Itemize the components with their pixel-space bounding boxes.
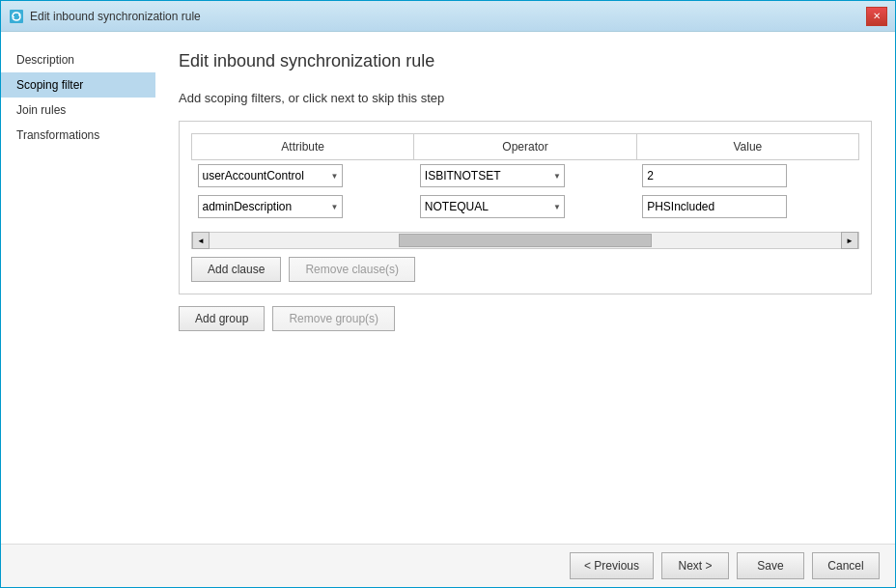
filter-container: Attribute Operator Value userAccountCont	[179, 121, 872, 294]
row1-operator-cell: ISBITNOTSET NOTEQUAL EQUAL STARTSWITH EN…	[414, 160, 636, 192]
row2-value-input[interactable]	[642, 195, 787, 218]
add-group-button[interactable]: Add group	[179, 306, 265, 331]
previous-button[interactable]: < Previous	[570, 552, 654, 579]
table-row: userAccountControl adminDescription obje…	[192, 191, 859, 222]
row2-attribute-cell: userAccountControl adminDescription obje…	[192, 191, 414, 222]
scroll-thumb	[399, 234, 652, 247]
table-row: userAccountControl adminDescription obje…	[192, 160, 859, 192]
row2-operator-wrapper: ISBITNOTSET NOTEQUAL EQUAL STARTSWITH EN…	[420, 195, 565, 218]
row2-attribute-select[interactable]: userAccountControl adminDescription obje…	[198, 195, 343, 218]
row1-operator-wrapper: ISBITNOTSET NOTEQUAL EQUAL STARTSWITH EN…	[420, 164, 565, 187]
col-header-value: Value	[636, 134, 858, 160]
footer: < Previous Next > Save Cancel	[1, 544, 895, 587]
save-button[interactable]: Save	[737, 552, 804, 579]
next-button[interactable]: Next >	[661, 552, 729, 579]
section-description: Add scoping filters, or click next to sk…	[179, 91, 872, 105]
row2-operator-cell: ISBITNOTSET NOTEQUAL EQUAL STARTSWITH EN…	[414, 191, 636, 222]
page-title: Edit inbound synchronization rule	[179, 51, 872, 71]
content-area: Description Scoping filter Join rules Tr…	[1, 32, 895, 544]
window-title: Edit inbound synchronization rule	[30, 10, 201, 23]
title-bar: Edit inbound synchronization rule ✕	[1, 1, 895, 32]
group-buttons: Add group Remove group(s)	[179, 306, 872, 331]
remove-clause-button[interactable]: Remove clause(s)	[289, 257, 415, 282]
row2-attribute-wrapper: userAccountControl adminDescription obje…	[198, 195, 343, 218]
sidebar-item-scoping-filter[interactable]: Scoping filter	[1, 72, 155, 98]
row1-value-cell	[636, 160, 858, 192]
add-clause-button[interactable]: Add clause	[191, 257, 281, 282]
row1-attribute-wrapper: userAccountControl adminDescription obje…	[198, 164, 343, 187]
row1-attribute-cell: userAccountControl adminDescription obje…	[192, 160, 414, 192]
row2-value-cell	[636, 191, 858, 222]
scroll-track[interactable]	[210, 233, 841, 248]
col-header-operator: Operator	[414, 134, 636, 160]
sidebar-item-transformations[interactable]: Transformations	[1, 123, 155, 148]
scroll-left-arrow[interactable]: ◄	[192, 232, 210, 249]
sidebar-item-join-rules[interactable]: Join rules	[1, 98, 155, 123]
row1-value-input[interactable]	[642, 164, 787, 187]
main-window: Edit inbound synchronization rule ✕ Desc…	[0, 0, 896, 588]
title-controls: ✕	[866, 7, 887, 26]
title-bar-left: Edit inbound synchronization rule	[9, 9, 201, 24]
remove-group-button[interactable]: Remove group(s)	[272, 306, 395, 331]
main-content: Edit inbound synchronization rule Add sc…	[155, 32, 895, 544]
row1-operator-select[interactable]: ISBITNOTSET NOTEQUAL EQUAL STARTSWITH EN…	[420, 164, 565, 187]
row1-attribute-select[interactable]: userAccountControl adminDescription obje…	[198, 164, 343, 187]
sidebar: Description Scoping filter Join rules Tr…	[1, 32, 155, 544]
clause-buttons: Add clause Remove clause(s)	[191, 257, 859, 282]
svg-rect-0	[10, 10, 23, 23]
col-header-attribute: Attribute	[192, 134, 414, 160]
close-button[interactable]: ✕	[866, 7, 887, 26]
scroll-right-arrow[interactable]: ►	[841, 232, 858, 249]
horizontal-scrollbar[interactable]: ◄ ►	[191, 232, 859, 249]
row2-operator-select[interactable]: ISBITNOTSET NOTEQUAL EQUAL STARTSWITH EN…	[420, 195, 565, 218]
sidebar-item-description[interactable]: Description	[1, 47, 155, 72]
cancel-button[interactable]: Cancel	[812, 552, 880, 579]
filter-table: Attribute Operator Value userAccountCont	[191, 133, 859, 222]
sync-icon	[9, 9, 24, 24]
